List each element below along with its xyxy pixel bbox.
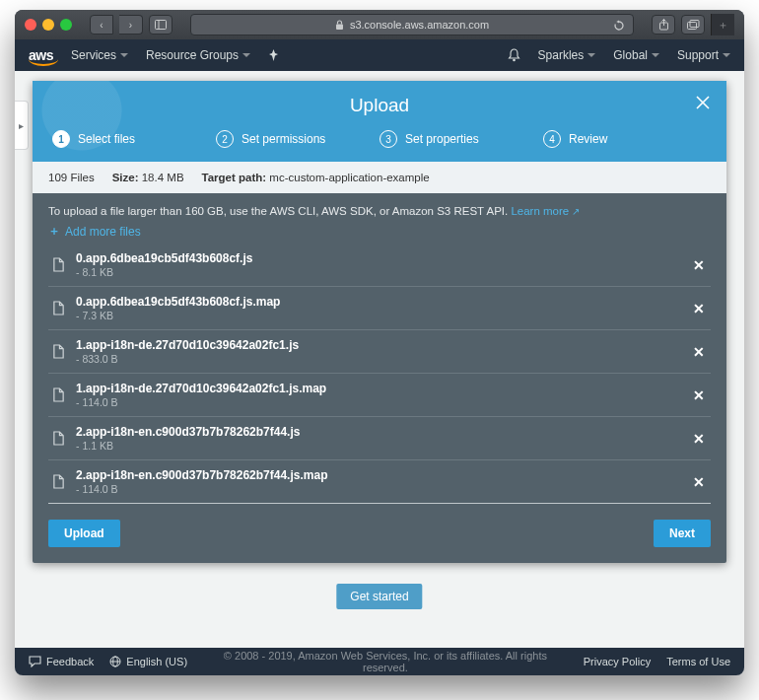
file-name: 1.app-i18n-de.27d70d10c39642a02fc1.js <box>76 338 679 352</box>
address-bar[interactable]: s3.console.aws.amazon.com <box>190 14 634 35</box>
nav-forward-button[interactable]: › <box>119 15 143 35</box>
step-number-icon: 2 <box>216 130 234 148</box>
page-body: ▸ Get started Upload 1Select files2Set p… <box>15 71 744 675</box>
modal-title: Upload <box>33 95 726 116</box>
next-button[interactable]: Next <box>654 520 711 547</box>
nav-region[interactable]: Global <box>613 48 659 62</box>
file-size: - 1.1 KB <box>76 440 679 452</box>
window-close-button[interactable] <box>25 19 36 31</box>
wizard-step-3[interactable]: 3Set properties <box>380 130 543 148</box>
file-name: 0.app.6dbea19cb5df43b608cf.js.map <box>76 295 679 309</box>
terms-of-use-link[interactable]: Terms of Use <box>666 656 730 667</box>
window-minimize-button[interactable] <box>42 19 54 31</box>
close-icon[interactable] <box>695 95 711 115</box>
get-started-button[interactable]: Get started <box>336 584 422 609</box>
wizard-step-4[interactable]: 4Review <box>543 130 707 148</box>
address-text: s3.console.aws.amazon.com <box>350 19 489 31</box>
remove-file-button[interactable]: ✕ <box>689 474 709 490</box>
file-name: 2.app-i18n-en.c900d37b7b78262b7f44.js <box>76 425 679 439</box>
lock-icon <box>335 19 344 32</box>
notifications-icon[interactable] <box>508 48 520 63</box>
chevron-down-icon <box>242 53 250 61</box>
new-tab-button[interactable]: ＋ <box>711 14 734 35</box>
nav-services[interactable]: Services <box>71 48 128 62</box>
external-link-icon: ↗ <box>572 206 580 217</box>
language-selector[interactable]: English (US) <box>109 656 187 667</box>
file-row: 1.app-i18n-de.27d70d10c39642a02fc1.js.ma… <box>48 374 711 417</box>
chevron-right-icon: ▸ <box>19 120 24 131</box>
privacy-policy-link[interactable]: Privacy Policy <box>584 656 651 667</box>
wizard-step-1[interactable]: 1Select files <box>52 130 216 148</box>
window-zoom-button[interactable] <box>60 19 72 31</box>
file-icon <box>50 387 66 402</box>
chevron-down-icon <box>120 53 128 61</box>
remove-file-button[interactable]: ✕ <box>689 431 709 447</box>
console-footer: Feedback English (US) © 2008 - 2019, Ama… <box>15 648 744 675</box>
sidebar-expand-toggle[interactable]: ▸ <box>15 101 29 150</box>
nav-resource-groups[interactable]: Resource Groups <box>146 48 250 62</box>
upload-hint: To upload a file larger than 160 GB, use… <box>48 205 711 217</box>
plus-icon: ＋ <box>48 223 60 240</box>
step-label: Set permissions <box>242 132 325 146</box>
browser-window: ‹ › s3.console.aws.amazon.com ＋ aws Serv… <box>15 10 744 675</box>
nav-support[interactable]: Support <box>677 48 730 62</box>
remove-file-button[interactable]: ✕ <box>689 301 709 316</box>
svg-rect-6 <box>690 20 699 27</box>
step-label: Set properties <box>405 132 479 146</box>
copyright-text: © 2008 - 2019, Amazon Web Services, Inc.… <box>203 650 568 673</box>
file-icon <box>50 474 66 489</box>
chevron-down-icon <box>652 53 659 61</box>
chevron-down-icon <box>723 53 730 61</box>
learn-more-link[interactable]: Learn more↗ <box>511 205 580 217</box>
file-size: - 114.0 B <box>76 396 679 408</box>
globe-icon <box>109 656 121 667</box>
share-button[interactable] <box>652 15 675 35</box>
remove-file-button[interactable]: ✕ <box>689 387 709 403</box>
file-count: 109 Files <box>48 172 95 183</box>
svg-point-7 <box>513 59 516 62</box>
sidebar-toggle-button[interactable] <box>149 15 172 35</box>
wizard-step-2[interactable]: 2Set permissions <box>216 130 380 148</box>
remove-file-button[interactable]: ✕ <box>689 257 709 273</box>
modal-header: Upload 1Select files2Set permissions3Set… <box>33 81 726 162</box>
size-label: Size: <box>112 172 139 183</box>
svg-rect-2 <box>336 25 343 31</box>
target-path-value: mc-custom-application-example <box>269 172 429 183</box>
step-number-icon: 4 <box>543 130 561 148</box>
file-icon <box>50 344 66 359</box>
step-number-icon: 1 <box>52 130 70 148</box>
add-more-files-button[interactable]: ＋ Add more files <box>48 223 711 240</box>
upload-summary-bar: 109 Files Size: 18.4 MB Target path: mc-… <box>33 162 726 193</box>
browser-toolbar: ‹ › s3.console.aws.amazon.com ＋ <box>15 10 744 39</box>
aws-logo[interactable]: aws <box>29 47 53 63</box>
feedback-link[interactable]: Feedback <box>29 656 94 667</box>
file-size: - 833.0 B <box>76 353 679 365</box>
file-size: - 114.0 B <box>76 483 679 495</box>
file-row: 0.app.6dbea19cb5df43b608cf.js- 8.1 KB✕ <box>48 244 711 287</box>
size-value: 18.4 MB <box>142 172 184 183</box>
svg-rect-0 <box>156 21 167 30</box>
reload-icon[interactable] <box>613 18 625 31</box>
remove-file-button[interactable]: ✕ <box>689 344 709 360</box>
file-row: 2.app-i18n-en.c900d37b7b78262b7f44.js.ma… <box>48 460 711 504</box>
step-label: Select files <box>78 132 135 146</box>
file-row: 1.app-i18n-de.27d70d10c39642a02fc1.js- 8… <box>48 330 711 374</box>
file-icon <box>50 257 66 272</box>
file-row: 0.app.6dbea19cb5df43b608cf.js.map- 7.3 K… <box>48 287 711 330</box>
aws-header: aws Services Resource Groups Sparkles Gl… <box>15 39 744 71</box>
file-size: - 7.3 KB <box>76 310 679 321</box>
file-row: 2.app-i18n-en.c900d37b7b78262b7f44.js- 1… <box>48 417 711 460</box>
nav-account[interactable]: Sparkles <box>538 48 596 62</box>
upload-button[interactable]: Upload <box>48 520 120 547</box>
svg-rect-5 <box>687 22 696 29</box>
file-size: - 8.1 KB <box>76 266 679 278</box>
step-label: Review <box>569 132 607 146</box>
upload-modal: Upload 1Select files2Set permissions3Set… <box>33 81 726 563</box>
file-name: 0.app.6dbea19cb5df43b608cf.js <box>76 251 679 265</box>
file-name: 2.app-i18n-en.c900d37b7b78262b7f44.js.ma… <box>76 468 679 482</box>
chevron-down-icon <box>587 53 595 61</box>
nav-back-button[interactable]: ‹ <box>90 15 113 35</box>
pin-icon[interactable] <box>268 48 279 62</box>
tabs-button[interactable] <box>681 15 705 35</box>
file-list: 0.app.6dbea19cb5df43b608cf.js- 8.1 KB✕0.… <box>48 244 711 504</box>
